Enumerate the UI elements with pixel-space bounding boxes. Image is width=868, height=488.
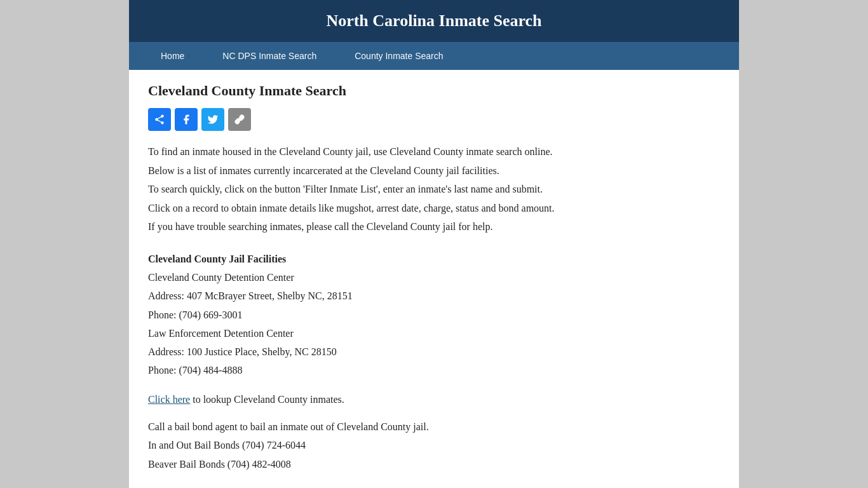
lookup-paragraph: Click here to lookup Cleveland County in… xyxy=(148,394,720,405)
twitter-button[interactable] xyxy=(201,108,224,131)
nav-county[interactable]: County Inmate Search xyxy=(336,42,462,70)
page-heading: Cleveland County Inmate Search xyxy=(148,83,720,99)
nav-dps[interactable]: NC DPS Inmate Search xyxy=(203,42,336,70)
social-buttons xyxy=(148,108,720,131)
desc-line5: If you have trouble searching inmates, p… xyxy=(148,219,720,235)
bail-section: Call a bail bond agent to bail an inmate… xyxy=(148,418,720,473)
facility2-name: Law Enforcement Detention Center xyxy=(148,325,720,342)
lookup-text: to lookup Cleveland County inmates. xyxy=(190,394,344,405)
nav-home[interactable]: Home xyxy=(142,42,203,70)
facility1-name: Cleveland County Detention Center xyxy=(148,269,720,286)
desc-line3: To search quickly, click on the button '… xyxy=(148,181,720,198)
lookup-link[interactable]: Click here xyxy=(148,394,190,405)
desc-line2: Below is a list of inmates currently inc… xyxy=(148,163,720,179)
bail-line1: Call a bail bond agent to bail an inmate… xyxy=(148,418,720,435)
description-section: To find an inmate housed in the Clevelan… xyxy=(148,144,720,235)
main-content: Cleveland County Inmate Search xyxy=(129,70,739,488)
site-header: North Carolina Inmate Search xyxy=(129,0,739,42)
copy-link-button[interactable] xyxy=(228,108,251,131)
facility2-phone: Phone: (704) 484-4888 xyxy=(148,362,720,379)
bail-line2: In and Out Bail Bonds (704) 724-6044 xyxy=(148,437,720,454)
share-button[interactable] xyxy=(148,108,171,131)
site-title: North Carolina Inmate Search xyxy=(142,11,726,30)
desc-line1: To find an inmate housed in the Clevelan… xyxy=(148,144,720,160)
facility1-phone: Phone: (704) 669-3001 xyxy=(148,306,720,323)
main-nav: Home NC DPS Inmate Search County Inmate … xyxy=(129,42,739,70)
facility1-address: Address: 407 McBrayer Street, Shelby NC,… xyxy=(148,287,720,304)
facilities-title: Cleveland County Jail Facilities xyxy=(148,250,720,268)
facilities-section: Cleveland County Jail Facilities Clevela… xyxy=(148,250,720,379)
desc-line4: Click on a record to obtain inmate detai… xyxy=(148,200,720,217)
facebook-button[interactable] xyxy=(175,108,198,131)
bail-line3: Beaver Bail Bonds (704) 482-4008 xyxy=(148,456,720,473)
facility2-address: Address: 100 Justice Place, Shelby, NC 2… xyxy=(148,343,720,360)
